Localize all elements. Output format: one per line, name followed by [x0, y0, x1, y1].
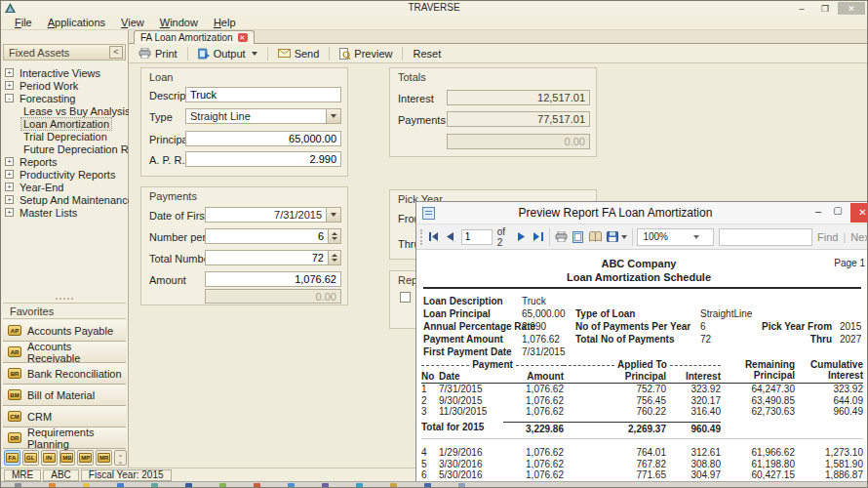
- tab-fa-loan-amortization[interactable]: FA Loan Amortization ✕: [134, 30, 255, 44]
- menu-view[interactable]: View: [113, 17, 152, 28]
- maximize-icon[interactable]: ▢: [830, 205, 846, 221]
- spinner-icon[interactable]: [329, 228, 341, 244]
- favorite-item-crm[interactable]: CMCRM: [3, 406, 126, 427]
- favorite-item-accounts-receivable[interactable]: ARAccounts Receivable: [3, 342, 126, 363]
- tree-expand-icon[interactable]: +: [5, 183, 14, 191]
- sidebar-item-loan-amortization[interactable]: Loan Amortization: [5, 117, 126, 130]
- report-option-checkbox[interactable]: [400, 292, 411, 303]
- print-button[interactable]: Print: [134, 46, 182, 61]
- taskbar-icon[interactable]: [83, 483, 90, 488]
- description-field[interactable]: [185, 87, 341, 102]
- sidebar-item-forecasting[interactable]: -Forecasting: [5, 92, 126, 104]
- favorite-item-requirements-planning[interactable]: DRRequirements Planning: [3, 427, 126, 449]
- module-button-mr[interactable]: MR: [96, 450, 112, 466]
- nav-last-icon[interactable]: [533, 229, 544, 245]
- toolbar-grip: [420, 229, 423, 245]
- preview-window: Preview Report FA Loan Amortization – ▢ …: [415, 201, 868, 488]
- module-button-in[interactable]: IN: [41, 450, 58, 466]
- splitter-handle[interactable]: [3, 296, 126, 302]
- sidebar-item-trial-depreciation[interactable]: Trial Depreciation: [5, 130, 126, 142]
- sidebar-item-reports[interactable]: +Reports: [5, 155, 126, 168]
- sidebar-item-setup-maintenance[interactable]: +Setup And Maintenance: [5, 193, 126, 206]
- taskbar-icon[interactable]: [185, 483, 192, 488]
- amount-label: Amount: [149, 274, 186, 286]
- taskbar-icon[interactable]: [15, 483, 21, 488]
- tab-close-icon[interactable]: ✕: [238, 33, 248, 42]
- type-select[interactable]: Straight Line: [185, 108, 327, 124]
- print-layout-icon[interactable]: [572, 229, 584, 245]
- print-icon[interactable]: [555, 229, 568, 245]
- find-button[interactable]: Find: [817, 231, 838, 243]
- taskbar-icon[interactable]: [356, 483, 363, 488]
- nav-next-icon[interactable]: [516, 229, 528, 245]
- amount-field[interactable]: [205, 271, 341, 287]
- sidebar-item-period-work[interactable]: +Period Work: [5, 79, 126, 92]
- taskbar-icon[interactable]: [117, 483, 124, 488]
- favorite-item-bill-of-material[interactable]: BMBill of Material: [3, 385, 126, 406]
- module-button-mp[interactable]: MP: [77, 450, 94, 466]
- taskbar-icon[interactable]: [219, 483, 226, 488]
- info-label: Thru: [762, 333, 840, 346]
- taskbar-icon[interactable]: [151, 483, 158, 488]
- module-button-fa[interactable]: FA: [4, 450, 20, 466]
- menu-window[interactable]: Window: [152, 17, 206, 28]
- sidebar-item-year-end[interactable]: +Year-End: [5, 181, 126, 193]
- output-button[interactable]: Output: [193, 46, 262, 61]
- dropdown-arrow-icon[interactable]: [327, 108, 341, 124]
- nav-first-icon[interactable]: [428, 229, 440, 245]
- favorite-item-accounts-payable[interactable]: APAccounts Payable: [3, 320, 126, 342]
- module-icon: BR: [8, 368, 21, 379]
- taskbar-icon[interactable]: [390, 483, 397, 488]
- taskbar-icon[interactable]: [288, 483, 295, 488]
- spinner-icon[interactable]: [329, 250, 341, 265]
- tree-expand-icon[interactable]: +: [5, 68, 14, 77]
- collapse-panel-icon[interactable]: <: [109, 46, 123, 59]
- tree-expand-icon[interactable]: +: [5, 195, 14, 204]
- zoom-select[interactable]: 100%: [637, 228, 714, 246]
- date-of-first-field[interactable]: 7/31/2015: [205, 207, 327, 223]
- taskbar-icon[interactable]: [49, 483, 56, 488]
- menu-help[interactable]: Help: [206, 17, 244, 28]
- overflow-chevron-icon[interactable]: ⌄⌄: [114, 450, 127, 466]
- taskbar-icon[interactable]: [458, 483, 465, 488]
- tree-expand-icon[interactable]: +: [5, 208, 14, 217]
- close-icon[interactable]: ✕: [838, 2, 865, 15]
- restore-icon[interactable]: ❐: [814, 2, 836, 15]
- menu-applications[interactable]: Applications: [40, 17, 113, 28]
- menu-file[interactable]: File: [7, 17, 40, 28]
- tree-collapse-icon[interactable]: -: [5, 94, 14, 102]
- cell-amount: 1,076.62: [503, 459, 564, 470]
- sidebar-item-lease-vs-buy[interactable]: Lease vs Buy Analysis: [5, 104, 126, 117]
- sidebar-item-future-depreciation[interactable]: Future Depreciation Report: [5, 142, 126, 155]
- page-setup-icon[interactable]: [589, 229, 602, 245]
- taskbar-icon[interactable]: [254, 483, 260, 488]
- sidebar-item-interactive-views[interactable]: +Interactive Views: [5, 66, 126, 79]
- taskbar-icon[interactable]: [322, 483, 329, 488]
- favorite-item-bank-reconciliation[interactable]: BRBank Reconciliation: [3, 363, 126, 385]
- preview-titlebar[interactable]: Preview Report FA Loan Amortization – ▢ …: [416, 202, 868, 224]
- module-button-gl[interactable]: GL: [22, 450, 39, 466]
- module-button-mb[interactable]: MB: [59, 450, 76, 466]
- dropdown-arrow-icon[interactable]: [327, 207, 341, 223]
- tree-expand-icon[interactable]: +: [5, 81, 14, 90]
- sidebar-item-master-lists[interactable]: +Master Lists: [5, 206, 126, 219]
- principal-field[interactable]: [185, 131, 341, 146]
- find-next-button[interactable]: Next: [850, 231, 868, 243]
- sidebar-item-productivity-reports[interactable]: +Productivity Reports: [5, 168, 126, 181]
- send-button[interactable]: Send: [273, 46, 325, 61]
- taskbar-icon[interactable]: [424, 483, 431, 488]
- total-number-field[interactable]: [205, 250, 329, 265]
- tree-expand-icon[interactable]: +: [5, 170, 14, 179]
- find-text-input[interactable]: [719, 228, 812, 246]
- apr-field[interactable]: [185, 151, 341, 167]
- number-per-year-field[interactable]: [205, 228, 329, 244]
- close-icon[interactable]: ✕: [850, 203, 868, 223]
- minimize-icon[interactable]: –: [791, 2, 812, 15]
- reset-button[interactable]: Reset: [408, 46, 446, 61]
- minimize-icon[interactable]: –: [810, 205, 826, 221]
- page-number-input[interactable]: [461, 229, 493, 245]
- tree-expand-icon[interactable]: +: [5, 157, 14, 166]
- nav-prev-icon[interactable]: [445, 229, 456, 245]
- preview-button[interactable]: Preview: [335, 46, 397, 61]
- export-icon[interactable]: [607, 229, 627, 245]
